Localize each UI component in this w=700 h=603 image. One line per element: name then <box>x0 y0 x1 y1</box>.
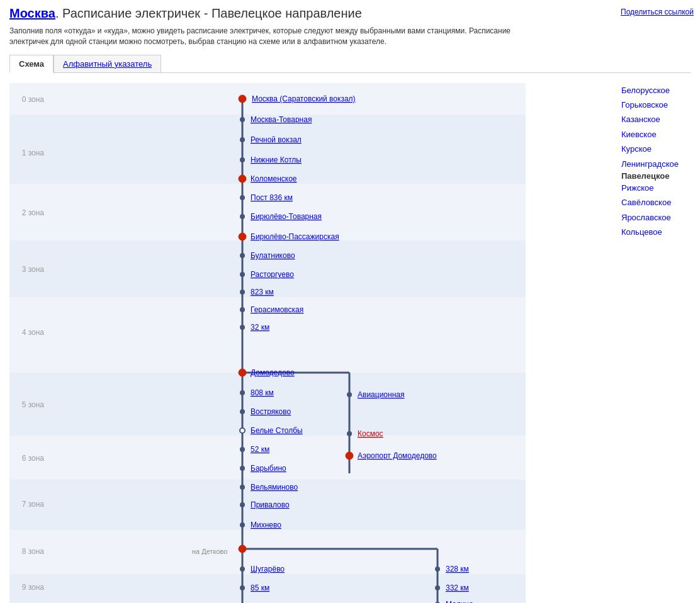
svg-text:328 км: 328 км <box>446 565 469 573</box>
title-rest: . Расписание электричек - Павелецкое нап… <box>55 6 362 20</box>
page-title: Москва. Расписание электричек - Павелецк… <box>9 6 691 21</box>
svg-point-36 <box>240 137 245 142</box>
svg-point-61 <box>240 390 245 395</box>
svg-point-48 <box>240 253 245 258</box>
svg-text:Вельяминово: Вельяминово <box>251 483 298 492</box>
svg-point-73 <box>240 502 245 507</box>
sidebar: Белорусское Горьковское Казанское Киевск… <box>609 83 691 603</box>
sidebar-rizhskoe[interactable]: Рижское <box>621 181 691 195</box>
svg-text:3 зона: 3 зона <box>22 265 45 274</box>
svg-point-46 <box>239 233 246 240</box>
diagram-svg: 0 зона 1 зона 2 зона 3 зона 4 зона <box>9 83 526 603</box>
svg-text:Шугарёво: Шугарёво <box>251 565 285 573</box>
svg-text:2 зона: 2 зона <box>22 208 45 217</box>
svg-text:332 км: 332 км <box>446 583 469 592</box>
svg-text:1 зона: 1 зона <box>22 149 45 157</box>
svg-point-77 <box>239 545 246 553</box>
sidebar-koltsevoe[interactable]: Кольцевое <box>621 225 691 239</box>
svg-point-67 <box>240 447 245 452</box>
sidebar-paveletskoe: Павелецкое <box>621 171 669 181</box>
svg-text:Авиационная: Авиационная <box>358 390 404 399</box>
svg-text:7 зона: 7 зона <box>22 500 45 509</box>
sidebar-gorkovskoe[interactable]: Горьковское <box>621 98 691 112</box>
svg-text:32 км: 32 км <box>251 323 269 332</box>
main-content: 0 зона 1 зона 2 зона 3 зона 4 зона <box>9 83 691 603</box>
svg-point-56 <box>240 325 245 330</box>
page-container: Поделиться ссылкой Москва. Расписание эл… <box>0 0 700 603</box>
svg-text:Бирюлёво-Товарная: Бирюлёво-Товарная <box>251 212 322 221</box>
svg-text:Речной вокзал: Речной вокзал <box>251 135 302 144</box>
svg-text:85 км: 85 км <box>251 583 269 592</box>
svg-point-95 <box>435 566 440 572</box>
svg-text:823 км: 823 км <box>251 288 274 296</box>
share-link[interactable]: Поделиться ссылкой <box>621 8 694 16</box>
svg-text:808 км: 808 км <box>251 388 274 397</box>
scheme-area: 0 зона 1 зона 2 зона 3 зона 4 зона <box>9 83 609 603</box>
svg-point-93 <box>346 452 353 459</box>
svg-text:Михнево: Михнево <box>251 521 281 529</box>
svg-text:6 зона: 6 зона <box>22 454 45 463</box>
svg-text:Белые Столбы: Белые Столбы <box>251 426 303 435</box>
svg-point-97 <box>435 585 440 590</box>
svg-point-34 <box>240 117 245 122</box>
svg-point-52 <box>240 290 245 295</box>
sidebar-kievskoe[interactable]: Киевское <box>621 127 691 142</box>
tab-alpha-link[interactable]: Алфавитный указатель <box>63 59 152 69</box>
svg-point-32 <box>239 95 246 103</box>
svg-text:52 км: 52 км <box>251 445 269 454</box>
svg-text:0 зона: 0 зона <box>22 95 45 104</box>
svg-rect-2 <box>9 115 526 184</box>
svg-text:Коломенское: Коломенское <box>251 174 297 183</box>
svg-point-81 <box>240 585 245 590</box>
sidebar-belorusskoe[interactable]: Белорусское <box>621 83 691 98</box>
svg-text:Герасимовская: Герасимовская <box>251 305 303 314</box>
svg-text:Привалово: Привалово <box>251 500 290 509</box>
svg-text:на Детково: на Детково <box>192 548 227 555</box>
svg-point-71 <box>240 485 245 490</box>
svg-point-42 <box>240 195 245 200</box>
svg-point-38 <box>240 157 245 162</box>
svg-text:4 зона: 4 зона <box>22 328 45 337</box>
svg-text:Малино: Малино <box>446 600 473 603</box>
tab-schema[interactable]: Схема <box>9 55 54 73</box>
svg-text:8 зона: 8 зона <box>22 547 45 556</box>
svg-point-75 <box>240 522 245 527</box>
sidebar-leningradskoe[interactable]: Ленинградское <box>621 157 691 171</box>
svg-text:Востряково: Востряково <box>251 407 291 416</box>
svg-point-89 <box>347 392 352 397</box>
description: Заполнив поля «откуда» и «куда», можно у… <box>9 26 526 47</box>
svg-point-63 <box>240 409 245 414</box>
svg-text:Аэропорт Домодедово: Аэропорт Домодедово <box>358 451 437 460</box>
svg-point-91 <box>347 431 352 436</box>
svg-point-65 <box>240 428 245 433</box>
svg-text:Барыбино: Барыбино <box>251 464 286 473</box>
tabs: Схема Алфавитный указатель <box>9 55 691 73</box>
svg-text:Москва-Товарная: Москва-Товарная <box>251 115 312 124</box>
svg-point-60 <box>239 369 246 376</box>
sidebar-yaroslavskoe[interactable]: Ярославское <box>621 210 691 225</box>
svg-text:Булатниково: Булатниково <box>251 251 295 260</box>
svg-rect-12 <box>9 436 526 480</box>
svg-point-69 <box>240 466 245 471</box>
svg-text:Расторгуево: Расторгуево <box>251 270 294 279</box>
svg-text:9 зона: 9 зона <box>22 583 45 592</box>
svg-point-40 <box>239 175 246 183</box>
svg-text:5 зона: 5 зона <box>22 400 45 409</box>
svg-point-50 <box>240 272 245 277</box>
svg-text:Домодедово: Домодедово <box>251 368 295 377</box>
tab-alpha[interactable]: Алфавитный указатель <box>54 55 161 72</box>
svg-text:Бирюлёво-Пассажирская: Бирюлёво-Пассажирская <box>251 232 339 241</box>
svg-point-44 <box>240 214 245 219</box>
tab-schema-link[interactable]: Схема <box>19 59 44 69</box>
svg-point-79 <box>240 566 245 572</box>
sidebar-savelovskoe[interactable]: Савёловское <box>621 195 691 210</box>
svg-text:Нижние Котлы: Нижние Котлы <box>251 155 302 164</box>
svg-point-54 <box>240 307 245 312</box>
svg-text:Пост 836 км: Пост 836 км <box>251 193 293 202</box>
svg-text:Москва (Саратовский вокзал): Москва (Саратовский вокзал) <box>252 94 356 103</box>
svg-text:Космос: Космос <box>358 429 383 438</box>
sidebar-kazanskoe[interactable]: Казанское <box>621 112 691 127</box>
city-link[interactable]: Москва <box>9 6 55 20</box>
sidebar-kurskoe[interactable]: Курское <box>621 142 691 156</box>
